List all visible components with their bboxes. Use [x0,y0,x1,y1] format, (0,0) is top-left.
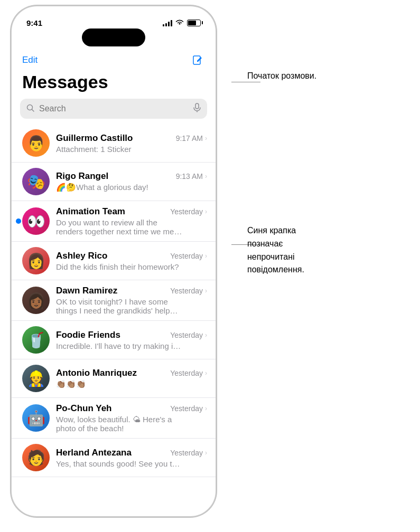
message-preview: 👏🏽👏🏽👏🏽 [56,379,183,389]
chevron-icon: › [205,135,207,142]
sender-name: Animation Team [56,206,125,217]
message-content: Ashley RicoYesterday ›Did the kids finis… [56,251,207,271]
sender-name: Po-Chun Yeh [56,403,111,414]
status-bar: 9:41 [12,6,216,32]
message-preview: Do you want to review all the renders to… [56,218,183,236]
svg-rect-2 [195,103,199,109]
unread-dot [16,218,21,224]
chevron-icon: › [205,252,207,260]
search-input[interactable] [39,104,189,113]
status-icons [163,19,201,27]
message-content: Rigo Rangel9:13 AM ›🌈🤔What a glorious da… [56,171,207,192]
list-item[interactable]: 🥤Foodie FriendsYesterday ›Incredible. I'… [12,321,216,359]
message-time: Yesterday › [170,287,207,295]
nav-bar: Edit [12,46,216,70]
avatar: 🎭 [22,168,50,195]
signal-icon [163,19,172,26]
message-preview: Did the kids finish their homework? [56,262,183,271]
avatar: 👩🏾 [22,287,50,314]
message-time: Yesterday › [170,404,207,413]
avatar: 👷 [22,365,50,392]
message-header: Foodie FriendsYesterday › [56,330,207,340]
chevron-icon: › [205,331,207,339]
message-time: 9:17 AM › [176,134,207,142]
sender-name: Dawn Ramirez [56,286,117,296]
message-content: Herland AntezanaYesterday ›Yes, that sou… [56,448,207,468]
chevron-icon: › [205,287,207,294]
list-item[interactable]: 👀Animation TeamYesterday ›Do you want to… [12,201,216,242]
avatar: 🤖 [22,404,50,432]
message-time: Yesterday › [170,331,207,339]
sender-name: Rigo Rangel [56,171,108,182]
message-header: Rigo Rangel9:13 AM › [56,171,207,182]
message-preview: Yes, that sounds good! See you then [56,459,183,468]
battery-icon [187,20,201,26]
message-header: Animation TeamYesterday › [56,206,207,217]
message-header: Ashley RicoYesterday › [56,251,207,261]
annotation-top: Початок розмови. [247,71,316,81]
message-time: Yesterday › [170,369,207,377]
avatar: 👨 [22,129,50,157]
annotation-mid: Синя крапка позначає непрочитані повідом… [247,224,304,277]
chevron-icon: › [205,405,207,412]
search-icon [26,104,35,114]
compose-button[interactable] [190,53,205,68]
avatar: 👀 [22,207,50,235]
message-header: Herland AntezanaYesterday › [56,448,207,458]
message-preview: OK to visit tonight? I have some things … [56,297,183,315]
avatar: 🥤 [22,326,50,354]
message-preview: 🌈🤔What a glorious day! [56,183,183,192]
phone-frame: 9:41 Edit [11,5,217,517]
dynamic-island [82,28,145,46]
message-preview: Wow, looks beautiful. 🌤 Here's a photo o… [56,415,183,433]
sender-name: Herland Antezana [56,448,132,458]
list-item[interactable]: 🧑Herland AntezanaYesterday ›Yes, that so… [12,439,216,477]
avatar: 🧑 [22,444,50,471]
sender-name: Guillermo Castillo [56,133,133,144]
chevron-icon: › [205,369,207,377]
message-preview: Incredible. I'll have to try making it m… [56,341,183,350]
list-item[interactable]: 👨Guillermo Castillo9:17 AM ›Attachment: … [12,124,216,163]
list-item[interactable]: 🤖Po-Chun YehYesterday ›Wow, looks beauti… [12,398,216,439]
mic-icon [193,103,201,115]
edit-button[interactable]: Edit [22,55,38,65]
search-bar[interactable] [20,99,207,119]
message-content: Guillermo Castillo9:17 AM ›Attachment: 1… [56,133,207,154]
list-item[interactable]: 🎭Rigo Rangel9:13 AM ›🌈🤔What a glorious d… [12,163,216,201]
message-header: Antonio ManriquezYesterday › [56,368,207,378]
message-preview: Attachment: 1 Sticker [56,145,183,154]
wifi-icon [175,19,184,27]
sender-name: Ashley Rico [56,251,107,261]
chevron-icon: › [205,449,207,457]
sender-name: Foodie Friends [56,330,120,340]
message-content: Antonio ManriquezYesterday ›👏🏽👏🏽👏🏽 [56,368,207,389]
list-item[interactable]: 👩🏾Dawn RamirezYesterday ›OK to visit ton… [12,280,216,321]
sender-name: Antonio Manriquez [56,368,137,378]
message-content: Po-Chun YehYesterday ›Wow, looks beautif… [56,403,207,433]
message-content: Animation TeamYesterday ›Do you want to … [56,206,207,236]
message-time: Yesterday › [170,207,207,216]
message-list: 👨Guillermo Castillo9:17 AM ›Attachment: … [12,124,216,477]
message-time: Yesterday › [170,449,207,457]
avatar: 👩 [22,247,50,274]
message-header: Dawn RamirezYesterday › [56,286,207,296]
chevron-icon: › [205,208,207,215]
list-item[interactable]: 👷Antonio ManriquezYesterday ›👏🏽👏🏽👏🏽 [12,359,216,398]
status-time: 9:41 [26,18,42,27]
message-content: Foodie FriendsYesterday ›Incredible. I'l… [56,330,207,350]
page-title: Messages [12,70,216,99]
list-item[interactable]: 👩Ashley RicoYesterday ›Did the kids fini… [12,242,216,280]
chevron-icon: › [205,173,207,180]
message-header: Po-Chun YehYesterday › [56,403,207,414]
message-content: Dawn RamirezYesterday ›OK to visit tonig… [56,286,207,315]
callout-line-top [231,82,260,82]
message-time: Yesterday › [170,252,207,260]
message-header: Guillermo Castillo9:17 AM › [56,133,207,144]
message-time: 9:13 AM › [176,172,207,180]
